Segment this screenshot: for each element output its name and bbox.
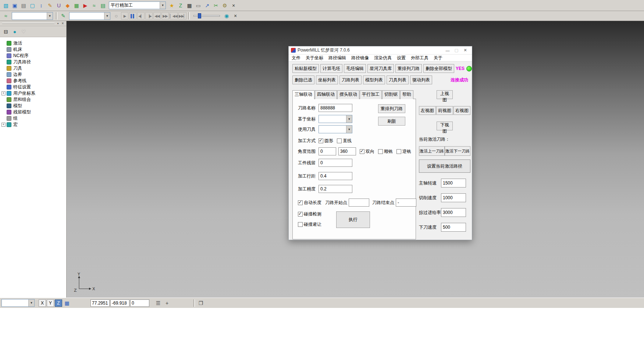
bidirectional-checkbox[interactable]: 双向: [360, 148, 374, 155]
chevron-down-icon[interactable]: ▼: [160, 2, 166, 9]
panel-pin-button[interactable]: ▪: [56, 21, 60, 26]
use-tool-select[interactable]: ▼: [319, 125, 352, 133]
top-view-button[interactable]: 上视图: [437, 90, 453, 99]
tree-item-tools[interactable]: 刀具: [1, 65, 65, 71]
menu-external-tools[interactable]: 外部工具: [411, 55, 428, 61]
paste-new-model-button[interactable]: 粘贴新模型: [292, 64, 319, 73]
plunge-feed-input[interactable]: [441, 223, 466, 232]
simulation-clock-icon[interactable]: ◉: [223, 12, 231, 20]
xinghe-tool-library-button[interactable]: 星河刀具库: [367, 64, 394, 73]
left-view-button[interactable]: 左视图: [419, 106, 436, 115]
delete-all-models-button[interactable]: 删除全部模型: [423, 64, 454, 73]
tree-item-macros[interactable]: +宏: [1, 122, 65, 128]
coord-list-button[interactable]: 坐标列表: [316, 76, 338, 84]
right-view-button[interactable]: 右视图: [453, 106, 470, 115]
globe-icon[interactable]: ●: [11, 28, 19, 36]
cutting-feed-input[interactable]: [441, 193, 466, 202]
gears-icon[interactable]: ⚙: [221, 1, 229, 10]
tree-expander[interactable]: +: [1, 91, 6, 95]
pause-button[interactable]: ▌▌: [129, 12, 136, 20]
stock-allowance-input[interactable]: [319, 159, 352, 167]
rearrange-toolpaths-button-2[interactable]: 重排列刀路: [378, 104, 405, 113]
strategy-select[interactable]: 平行精加工 ▼: [109, 1, 166, 9]
delete-selected-button[interactable]: 删除已选: [292, 76, 314, 84]
line-checkbox[interactable]: 直线: [337, 138, 352, 144]
close-button[interactable]: ✕: [461, 48, 470, 53]
block-icon[interactable]: ▢: [28, 1, 36, 10]
based-coord-select[interactable]: ▼: [319, 115, 352, 123]
refresh-button[interactable]: 刷新: [378, 117, 405, 126]
shield-icon[interactable]: ♡: [19, 28, 28, 36]
menu-path-mirror[interactable]: 路径镜像: [351, 55, 369, 61]
step-forward-button[interactable]: ▕▶: [145, 12, 153, 20]
tree-item-models[interactable]: 模型: [1, 103, 65, 109]
tree-expander[interactable]: +: [1, 123, 6, 127]
tab-parallel[interactable]: 平行加工: [360, 90, 382, 99]
open-model-icon[interactable]: ▧: [2, 1, 10, 10]
bottom-view-button[interactable]: 下视图: [437, 122, 453, 130]
explorer-panel-header[interactable]: ▪ ×: [0, 21, 66, 26]
macro-icon[interactable]: ▶: [81, 1, 89, 10]
dialog-titlebar[interactable]: PowerMILL 忆梦星河 7.0.6 — ▢ ✕: [289, 46, 472, 55]
tab-help[interactable]: 帮助: [400, 90, 413, 99]
tool-list-button[interactable]: 刀具列表: [387, 76, 409, 84]
animbar-close-button[interactable]: ×: [231, 12, 239, 20]
scissors-icon[interactable]: ✂: [212, 1, 220, 10]
go-end-button[interactable]: ▶▶▏: [178, 12, 186, 20]
y-axis-button[interactable]: Y: [47, 299, 54, 307]
tree-item-levels[interactable]: 层和组合: [1, 96, 65, 103]
play-button[interactable]: ▶: [121, 12, 128, 20]
grid-icon[interactable]: ▦: [63, 299, 71, 307]
collision-check-checkbox[interactable]: 碰撞检测: [298, 211, 321, 217]
tab-three-axis[interactable]: 三轴联动: [292, 90, 314, 99]
collision-avoid-checkbox[interactable]: 碰撞避让: [298, 221, 321, 228]
sim-toolpath-select[interactable]: ▼: [12, 12, 53, 20]
tolerance-input[interactable]: [319, 185, 352, 193]
activate-next-toolpath-button[interactable]: 激活下一刀路: [445, 146, 470, 156]
toolpath-edit-icon[interactable]: ✎: [46, 1, 54, 10]
explorer-tree-icon[interactable]: ⊟: [2, 28, 10, 36]
menu-render-sim[interactable]: 渲染仿真: [374, 55, 392, 61]
stepover-input[interactable]: [319, 172, 352, 180]
tree-item-activate[interactable]: 激活: [1, 40, 65, 46]
statistics-icon[interactable]: ↗: [203, 1, 211, 10]
rewind-button[interactable]: ◀◀: [153, 12, 161, 20]
skim-feed-input[interactable]: [441, 208, 466, 217]
pages-icon[interactable]: ❐: [197, 299, 205, 307]
conventional-mill-checkbox[interactable]: 逆铣: [396, 148, 411, 155]
slider-handle[interactable]: [198, 13, 201, 18]
angle-from-input[interactable]: [319, 147, 336, 155]
y-coordinate-input[interactable]: [110, 299, 129, 307]
circle-checkbox[interactable]: 圆形: [319, 138, 333, 144]
menu-about[interactable]: 关于: [434, 55, 442, 61]
end-point-input[interactable]: [396, 199, 416, 207]
panel-close-button[interactable]: ×: [60, 21, 65, 26]
set-active-path-button[interactable]: 设置当前激活路径: [419, 159, 470, 173]
compute-stock-button[interactable]: 计算毛坯: [320, 64, 342, 73]
fast-forward-button[interactable]: ▶▶: [161, 12, 169, 20]
tree-item-toolpaths[interactable]: 刀具路径: [1, 59, 65, 65]
strategy-form-icon[interactable]: ▤: [99, 1, 107, 10]
model-list-button[interactable]: 模型列表: [363, 76, 385, 84]
tree-item-feature-sets[interactable]: 特征设置: [1, 84, 65, 90]
lightbulb-icon[interactable]: ○: [112, 12, 120, 20]
list-icon[interactable]: ☰: [154, 299, 162, 307]
toolpath-name-input[interactable]: [319, 104, 352, 112]
stock-edit-button[interactable]: 毛坯编辑: [344, 64, 366, 73]
counter-icon[interactable]: ▭: [194, 1, 202, 10]
chevron-down-icon[interactable]: ▼: [346, 115, 352, 123]
spindle-speed-input[interactable]: [441, 179, 466, 187]
execute-button[interactable]: 执行: [336, 211, 370, 228]
z-coordinate-input[interactable]: [130, 299, 149, 307]
panel-grip[interactable]: [2, 23, 54, 24]
menu-path-edit[interactable]: 路径编辑: [328, 55, 346, 61]
step-back-button[interactable]: ◀▏: [137, 12, 145, 20]
menu-about-coord[interactable]: 关于坐标: [306, 55, 323, 61]
angle-to-input[interactable]: [338, 147, 356, 155]
rearrange-toolpaths-button[interactable]: 重排列刀路: [395, 64, 422, 73]
tree-item-workplanes[interactable]: +用户坐标系: [1, 90, 65, 96]
front-view-button[interactable]: 前视图: [436, 106, 453, 115]
print-icon[interactable]: ▤: [19, 1, 28, 10]
calculator-icon[interactable]: ▦: [185, 1, 193, 10]
x-axis-button[interactable]: X: [39, 299, 46, 307]
